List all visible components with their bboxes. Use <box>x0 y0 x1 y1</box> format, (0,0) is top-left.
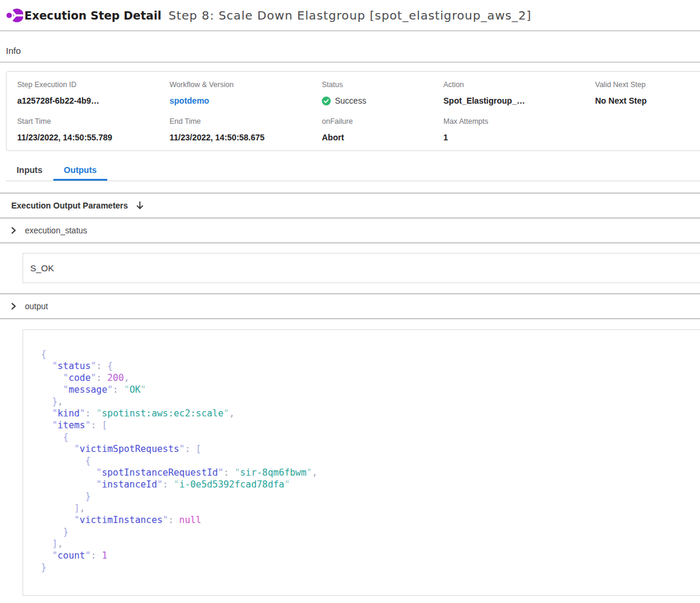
execution-output-parameters-header: Execution Output Parameters <box>0 194 700 217</box>
output-json-box: { "status": { "code": 200, "message": "O… <box>23 329 700 596</box>
status-text: Success <box>335 95 366 106</box>
field-workflow-version: Workflow & Version spotdemo <box>170 80 322 106</box>
info-section-heading: Info <box>0 31 700 63</box>
field-label: Step Execution ID <box>17 80 170 89</box>
field-action: Action Spot_Elastigroup_… <box>443 80 595 106</box>
execution-status-value-box: S_OK <box>23 253 700 283</box>
execution-output-parameters-label: Execution Output Parameters <box>11 201 128 210</box>
field-valid-next-step: Valid Next Step No Next Step <box>595 80 700 106</box>
param-row-execution-status[interactable]: execution_status <box>0 219 700 242</box>
field-label: Status <box>322 80 443 89</box>
field-value: Spot_Elastigroup_… <box>443 95 595 106</box>
download-arrow-icon[interactable] <box>135 201 145 210</box>
page-title: Execution Step Detail <box>24 9 161 22</box>
page-subtitle: Step 8: Scale Down Elastgroup [spot_elas… <box>168 8 532 23</box>
field-onfailure: onFailure Abort <box>322 117 443 143</box>
field-label: Action <box>443 80 595 89</box>
workflow-link[interactable]: spotdemo <box>170 95 322 106</box>
tab-inputs[interactable]: Inputs <box>6 159 53 181</box>
page-header: Execution Step Detail Step 8: Scale Down… <box>0 0 700 31</box>
field-value: 1 <box>443 132 595 143</box>
step-info-card: Step Execution ID a125728f-6b22-4b9… Wor… <box>6 71 700 151</box>
field-end-time: End Time 11/23/2022, 14:50:58.675 <box>170 117 322 143</box>
field-label: Max Attempts <box>443 117 595 126</box>
chevron-right-icon <box>10 227 17 234</box>
field-value: a125728f-6b22-4b9… <box>17 95 170 106</box>
divider <box>0 242 700 243</box>
field-label: Workflow & Version <box>170 80 322 89</box>
field-value: Abort <box>322 132 443 143</box>
param-name: output <box>25 302 48 311</box>
field-value: Success <box>322 95 443 106</box>
tab-outputs[interactable]: Outputs <box>53 159 108 181</box>
chevron-right-icon <box>10 303 17 310</box>
inputs-outputs-tabs: Inputs Outputs <box>6 159 700 181</box>
field-label: onFailure <box>322 117 443 126</box>
field-step-execution-id: Step Execution ID a125728f-6b22-4b9… <box>17 80 170 106</box>
field-status: Status Success <box>322 80 443 106</box>
success-check-icon <box>322 97 331 105</box>
field-max-attempts: Max Attempts 1 <box>443 117 595 143</box>
execution-status-value: S_OK <box>30 263 54 273</box>
spot-logo-icon <box>5 7 23 24</box>
param-row-output[interactable]: output <box>0 294 700 318</box>
field-label: Valid Next Step <box>595 80 700 89</box>
field-start-time: Start Time 11/23/2022, 14:50:55.789 <box>17 117 170 143</box>
field-value: No Next Step <box>595 95 700 106</box>
field-value: 11/23/2022, 14:50:55.789 <box>17 132 170 143</box>
param-name: execution_status <box>25 226 87 235</box>
output-json-viewer: { "status": { "code": 200, "message": "O… <box>41 348 700 573</box>
divider <box>0 318 700 319</box>
field-value: 11/23/2022, 14:50:58.675 <box>170 132 322 143</box>
execution-step-detail-page: Execution Step Detail Step 8: Scale Down… <box>0 0 700 596</box>
field-label: End Time <box>170 117 322 126</box>
field-label: Start Time <box>17 117 170 126</box>
